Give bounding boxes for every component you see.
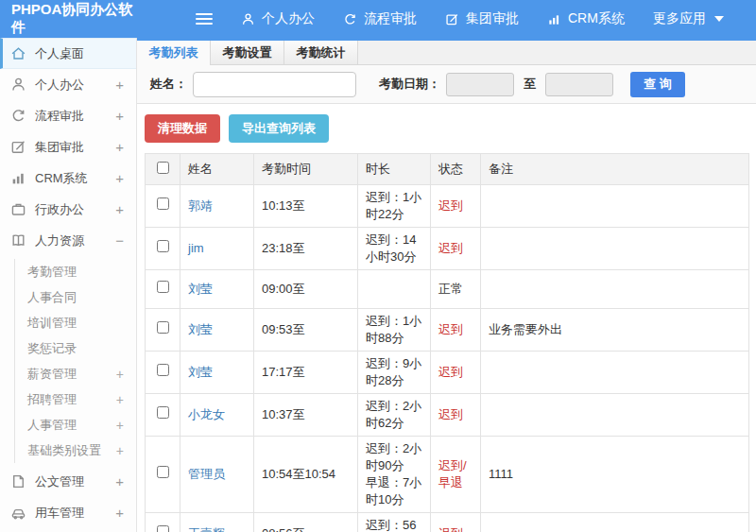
duration-cell: 迟到：9小时28分	[358, 352, 431, 394]
duration-cell: 迟到：2小时62分	[358, 394, 431, 437]
sidebar-item-crm[interactable]: CRM系统 +	[0, 163, 136, 194]
row-checkbox[interactable]	[157, 364, 169, 376]
collapse-indicator[interactable]: −	[115, 232, 124, 249]
sidebar-subitem-contract[interactable]: 人事合同	[14, 284, 136, 310]
select-all-checkbox[interactable]	[157, 162, 169, 174]
expand-indicator[interactable]: +	[116, 392, 124, 407]
expand-indicator[interactable]: +	[115, 108, 124, 124]
sidebar-item-label: CRM系统	[35, 170, 115, 187]
employee-link[interactable]: 刘莹	[188, 282, 213, 296]
sidebar-subitem-personnel[interactable]: 人事管理 +	[14, 412, 136, 438]
name-input[interactable]	[193, 72, 356, 97]
menu-toggle-icon[interactable]	[196, 10, 213, 27]
col-status: 状态	[431, 154, 481, 185]
duration-cell: 迟到：56分	[358, 513, 431, 532]
main-content: 考勤列表 考勤设置 考勤统计 姓名： 考勤日期： 至 查 询 清理数据 导出查询…	[137, 38, 756, 532]
expand-indicator[interactable]: +	[115, 139, 124, 155]
sidebar-item-admin-office[interactable]: 行政办公 +	[0, 194, 136, 225]
expand-indicator[interactable]: +	[115, 505, 124, 521]
sidebar-subitem-base-settings[interactable]: 基础类别设置 +	[14, 438, 136, 463]
tab-attendance-settings[interactable]: 考勤设置	[211, 41, 284, 64]
status-badge: 迟到	[431, 185, 481, 228]
table-row: 王壹辉 08:56至 迟到：56分 迟到	[146, 513, 749, 532]
table-row: 小龙女 10:37至 迟到：2小时62分 迟到	[146, 394, 749, 437]
employee-link[interactable]: jim	[188, 241, 204, 255]
date-start-input[interactable]	[446, 73, 514, 96]
query-button[interactable]: 查 询	[630, 72, 685, 97]
row-checkbox[interactable]	[157, 281, 169, 293]
sidebar-item-workflow-approval[interactable]: 流程审批 +	[0, 100, 136, 131]
sidebar-subitem-label: 考勤管理	[27, 264, 124, 281]
employee-link[interactable]: 刘莹	[188, 365, 213, 379]
attendance-time: 17:17至	[254, 352, 358, 394]
employee-link[interactable]: 刘莹	[188, 322, 213, 336]
briefcase-icon	[10, 201, 26, 217]
car-icon	[10, 505, 26, 521]
attendance-table: 姓名 考勤时间 时长 状态 备注 郭靖 10:13至 迟到：1小时22分 迟到	[145, 153, 749, 532]
sidebar-item-desktop[interactable]: 个人桌面	[0, 38, 136, 69]
note-cell	[481, 394, 749, 437]
clean-data-button[interactable]: 清理数据	[145, 114, 220, 143]
table-row: 刘莹 17:17至 迟到：9小时28分 迟到	[146, 352, 749, 394]
attendance-time: 08:56至	[254, 513, 358, 532]
sidebar-subitem-salary[interactable]: 薪资管理 +	[14, 361, 136, 386]
row-checkbox[interactable]	[157, 406, 169, 419]
employee-link[interactable]: 小龙女	[188, 407, 225, 421]
attendance-time: 10:54至10:54	[254, 437, 358, 513]
row-checkbox[interactable]	[157, 525, 169, 532]
sidebar-item-documents[interactable]: 公文管理 +	[0, 466, 136, 497]
col-time: 考勤时间	[254, 154, 358, 185]
employee-link[interactable]: 管理员	[188, 467, 225, 481]
sidebar-subitem-rewards[interactable]: 奖惩记录	[14, 335, 136, 361]
row-checkbox[interactable]	[157, 197, 169, 210]
duration-cell: 迟到：1小时88分	[358, 309, 431, 352]
nav-workflow-approval[interactable]: 流程审批	[343, 10, 417, 27]
export-list-button[interactable]: 导出查询列表	[229, 114, 329, 143]
nav-more-apps[interactable]: 更多应用	[653, 10, 724, 27]
col-duration: 时长	[358, 154, 431, 185]
note-cell: 1111	[481, 437, 749, 513]
search-bar: 姓名： 考勤日期： 至 查 询	[137, 65, 756, 104]
sidebar-subitem-recruiting[interactable]: 招聘管理 +	[14, 386, 136, 412]
row-checkbox[interactable]	[157, 321, 169, 334]
date-end-input[interactable]	[545, 73, 613, 96]
sidebar-subitem-attendance[interactable]: 考勤管理	[14, 259, 136, 284]
employee-link[interactable]: 郭靖	[188, 198, 213, 213]
person-icon	[241, 12, 255, 26]
nav-group-approval[interactable]: 集团审批	[445, 10, 519, 27]
attendance-time: 10:37至	[254, 394, 358, 437]
sidebar: 个人桌面 个人办公 + 流程审批 + 集团审批 + CRM系统 + 行政办公 +	[0, 38, 137, 532]
expand-indicator[interactable]: +	[115, 473, 124, 489]
expand-indicator[interactable]: +	[116, 367, 124, 382]
row-checkbox[interactable]	[157, 466, 169, 478]
row-checkbox[interactable]	[157, 240, 169, 252]
duration-cell: 迟到：2小时90分早退：7小时10分	[358, 437, 431, 513]
sidebar-item-vehicles[interactable]: 用车管理 +	[0, 497, 136, 528]
expand-indicator[interactable]: +	[116, 443, 124, 458]
note-cell	[481, 270, 749, 309]
status-badge: 迟到	[431, 513, 481, 532]
sidebar-item-personal-office[interactable]: 个人办公 +	[0, 69, 136, 100]
sidebar-item-label: 个人办公	[35, 77, 115, 94]
expand-indicator[interactable]: +	[115, 201, 124, 217]
employee-link[interactable]: 王壹辉	[188, 526, 225, 532]
expand-indicator[interactable]: +	[115, 170, 124, 186]
attendance-time: 10:13至	[254, 185, 358, 228]
col-name: 姓名	[180, 154, 254, 185]
table-row: 刘莹 09:00至 正常	[146, 270, 749, 309]
nav-personal-office[interactable]: 个人办公	[241, 10, 315, 27]
tab-attendance-list[interactable]: 考勤列表	[137, 41, 211, 65]
status-badge: 正常	[431, 270, 481, 309]
sidebar-subitem-label: 薪资管理	[27, 366, 116, 383]
top-nav: 个人办公 流程审批 集团审批 CRM系统 更多应用	[241, 10, 724, 27]
nav-crm-system[interactable]: CRM系统	[547, 10, 625, 27]
expand-indicator[interactable]: +	[116, 418, 124, 433]
sidebar-item-hr[interactable]: 人力资源 −	[0, 225, 136, 256]
sidebar-subitem-training[interactable]: 培训管理	[14, 310, 136, 335]
nav-label: 个人办公	[262, 10, 315, 27]
sidebar-item-group-approval[interactable]: 集团审批 +	[0, 131, 136, 163]
sidebar-subitem-label: 培训管理	[27, 315, 124, 332]
expand-indicator[interactable]: +	[115, 77, 124, 93]
tab-attendance-stats[interactable]: 考勤统计	[284, 41, 358, 64]
note-cell	[481, 352, 749, 394]
